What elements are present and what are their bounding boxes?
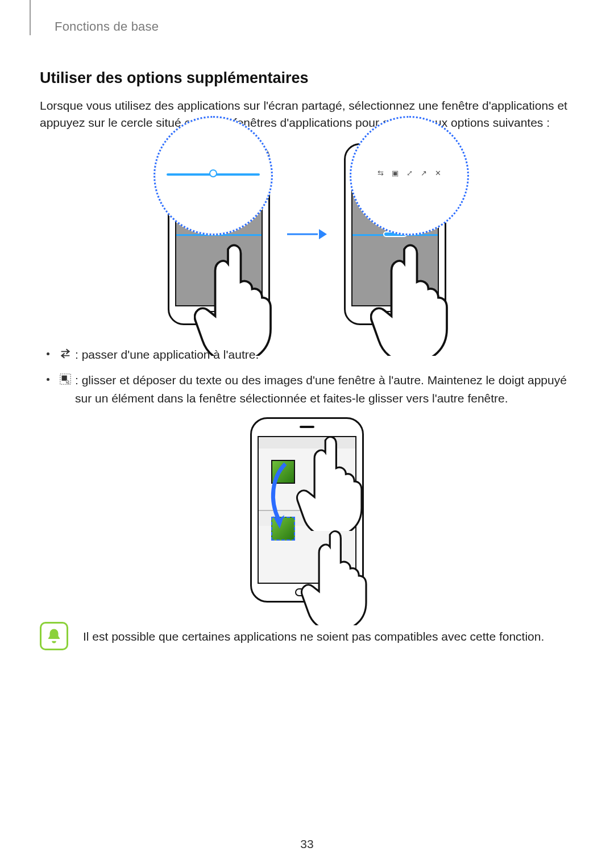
maximize-mini-icon: ⤢: [406, 169, 413, 177]
intro-paragraph: Lorsque vous utilisez des applications s…: [40, 97, 574, 132]
options-list: : passer d'une application à l'autre. : …: [47, 346, 574, 408]
option-drag-text: : glisser et déposer du texte ou des ima…: [75, 373, 567, 405]
drag-content-icon: [59, 373, 72, 385]
option-swap-text: : passer d'une application à l'autre.: [75, 348, 259, 361]
close-mini-icon: ✕: [435, 169, 441, 177]
hand-pointer-icon: [290, 434, 375, 531]
hand-pointer-icon: [294, 529, 380, 625]
option-swap: : passer d'une application à l'autre.: [47, 346, 574, 364]
illustration-phone-left: [168, 143, 270, 325]
magnifier-circle-left: [154, 116, 273, 235]
swap-icon: [59, 347, 72, 360]
page-heading: Utiliser des options supplémentaires: [40, 69, 574, 87]
section-label: Fonctions de base: [55, 19, 159, 34]
header-rule: [30, 0, 31, 35]
note-bell-icon: [40, 622, 68, 650]
swap-mini-icon: ⇆: [377, 169, 384, 177]
figure-split-screen-options: ⇆ ▣ ⤢ ↗ ✕: [40, 143, 574, 325]
option-drag-drop: : glisser et déposer du texte ou des ima…: [47, 371, 574, 407]
arrow-right-icon: [287, 229, 327, 240]
bullet-dot: [47, 378, 49, 381]
illustration-phone-right: ⇆ ▣ ⤢ ↗ ✕: [344, 143, 446, 325]
magnifier-circle-right: ⇆ ▣ ⤢ ↗ ✕: [350, 116, 469, 235]
popout-mini-icon: ↗: [421, 169, 427, 177]
drag-arrow-icon: [266, 460, 292, 529]
figure-drag-drop: [40, 417, 574, 603]
page-number: 33: [0, 837, 614, 851]
note-text: Il est possible que certaines applicatio…: [83, 628, 544, 645]
bullet-dot: [47, 352, 49, 355]
compatibility-note: Il est possible que certaines applicatio…: [40, 622, 574, 650]
drag-mini-icon: ▣: [392, 169, 399, 177]
